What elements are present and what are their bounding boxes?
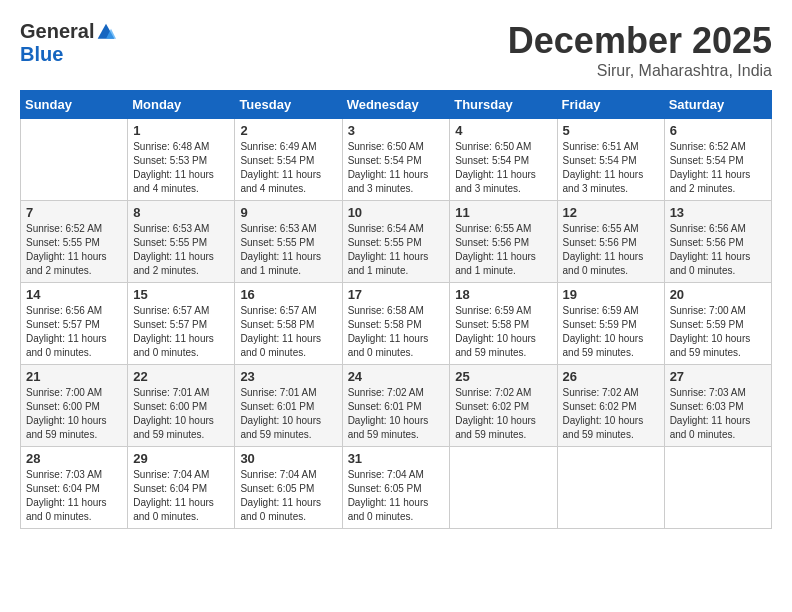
table-row: 24Sunrise: 7:02 AMSunset: 6:01 PMDayligh…	[342, 365, 450, 447]
col-sunday: Sunday	[21, 91, 128, 119]
logo-general: General	[20, 20, 94, 43]
cell-info: Sunrise: 7:03 AMSunset: 6:03 PMDaylight:…	[670, 386, 766, 442]
table-row: 31Sunrise: 7:04 AMSunset: 6:05 PMDayligh…	[342, 447, 450, 529]
day-number: 31	[348, 451, 445, 466]
calendar-week-2: 7Sunrise: 6:52 AMSunset: 5:55 PMDaylight…	[21, 201, 772, 283]
page-header: General Blue December 2025 Sirur, Mahara…	[20, 20, 772, 80]
table-row: 7Sunrise: 6:52 AMSunset: 5:55 PMDaylight…	[21, 201, 128, 283]
table-row: 1Sunrise: 6:48 AMSunset: 5:53 PMDaylight…	[128, 119, 235, 201]
day-number: 6	[670, 123, 766, 138]
table-row: 28Sunrise: 7:03 AMSunset: 6:04 PMDayligh…	[21, 447, 128, 529]
day-number: 2	[240, 123, 336, 138]
day-number: 22	[133, 369, 229, 384]
day-number: 1	[133, 123, 229, 138]
day-number: 11	[455, 205, 551, 220]
table-row: 9Sunrise: 6:53 AMSunset: 5:55 PMDaylight…	[235, 201, 342, 283]
day-number: 25	[455, 369, 551, 384]
day-number: 16	[240, 287, 336, 302]
table-row: 30Sunrise: 7:04 AMSunset: 6:05 PMDayligh…	[235, 447, 342, 529]
cell-info: Sunrise: 7:04 AMSunset: 6:05 PMDaylight:…	[240, 468, 336, 524]
day-number: 17	[348, 287, 445, 302]
cell-info: Sunrise: 7:01 AMSunset: 6:00 PMDaylight:…	[133, 386, 229, 442]
day-number: 27	[670, 369, 766, 384]
calendar-week-5: 28Sunrise: 7:03 AMSunset: 6:04 PMDayligh…	[21, 447, 772, 529]
cell-info: Sunrise: 7:00 AMSunset: 6:00 PMDaylight:…	[26, 386, 122, 442]
cell-info: Sunrise: 6:53 AMSunset: 5:55 PMDaylight:…	[240, 222, 336, 278]
day-number: 10	[348, 205, 445, 220]
table-row: 21Sunrise: 7:00 AMSunset: 6:00 PMDayligh…	[21, 365, 128, 447]
cell-info: Sunrise: 6:55 AMSunset: 5:56 PMDaylight:…	[455, 222, 551, 278]
day-number: 15	[133, 287, 229, 302]
table-row: 27Sunrise: 7:03 AMSunset: 6:03 PMDayligh…	[664, 365, 771, 447]
table-row: 8Sunrise: 6:53 AMSunset: 5:55 PMDaylight…	[128, 201, 235, 283]
col-saturday: Saturday	[664, 91, 771, 119]
day-number: 23	[240, 369, 336, 384]
day-number: 9	[240, 205, 336, 220]
col-tuesday: Tuesday	[235, 91, 342, 119]
calendar-week-3: 14Sunrise: 6:56 AMSunset: 5:57 PMDayligh…	[21, 283, 772, 365]
day-number: 19	[563, 287, 659, 302]
table-row: 17Sunrise: 6:58 AMSunset: 5:58 PMDayligh…	[342, 283, 450, 365]
location: Sirur, Maharashtra, India	[508, 62, 772, 80]
table-row: 12Sunrise: 6:55 AMSunset: 5:56 PMDayligh…	[557, 201, 664, 283]
col-monday: Monday	[128, 91, 235, 119]
calendar-week-4: 21Sunrise: 7:00 AMSunset: 6:00 PMDayligh…	[21, 365, 772, 447]
table-row: 10Sunrise: 6:54 AMSunset: 5:55 PMDayligh…	[342, 201, 450, 283]
table-row: 22Sunrise: 7:01 AMSunset: 6:00 PMDayligh…	[128, 365, 235, 447]
header-row: Sunday Monday Tuesday Wednesday Thursday…	[21, 91, 772, 119]
day-number: 26	[563, 369, 659, 384]
table-row: 3Sunrise: 6:50 AMSunset: 5:54 PMDaylight…	[342, 119, 450, 201]
day-number: 30	[240, 451, 336, 466]
day-number: 8	[133, 205, 229, 220]
table-row: 13Sunrise: 6:56 AMSunset: 5:56 PMDayligh…	[664, 201, 771, 283]
cell-info: Sunrise: 7:02 AMSunset: 6:02 PMDaylight:…	[563, 386, 659, 442]
cell-info: Sunrise: 6:49 AMSunset: 5:54 PMDaylight:…	[240, 140, 336, 196]
day-number: 5	[563, 123, 659, 138]
table-row: 15Sunrise: 6:57 AMSunset: 5:57 PMDayligh…	[128, 283, 235, 365]
cell-info: Sunrise: 6:56 AMSunset: 5:57 PMDaylight:…	[26, 304, 122, 360]
cell-info: Sunrise: 6:51 AMSunset: 5:54 PMDaylight:…	[563, 140, 659, 196]
logo-icon	[96, 22, 116, 42]
cell-info: Sunrise: 7:02 AMSunset: 6:01 PMDaylight:…	[348, 386, 445, 442]
table-row: 20Sunrise: 7:00 AMSunset: 5:59 PMDayligh…	[664, 283, 771, 365]
table-row	[557, 447, 664, 529]
cell-info: Sunrise: 7:01 AMSunset: 6:01 PMDaylight:…	[240, 386, 336, 442]
cell-info: Sunrise: 7:04 AMSunset: 6:04 PMDaylight:…	[133, 468, 229, 524]
col-wednesday: Wednesday	[342, 91, 450, 119]
col-thursday: Thursday	[450, 91, 557, 119]
day-number: 29	[133, 451, 229, 466]
day-number: 14	[26, 287, 122, 302]
cell-info: Sunrise: 6:50 AMSunset: 5:54 PMDaylight:…	[455, 140, 551, 196]
table-row: 29Sunrise: 7:04 AMSunset: 6:04 PMDayligh…	[128, 447, 235, 529]
table-row: 18Sunrise: 6:59 AMSunset: 5:58 PMDayligh…	[450, 283, 557, 365]
table-row: 2Sunrise: 6:49 AMSunset: 5:54 PMDaylight…	[235, 119, 342, 201]
col-friday: Friday	[557, 91, 664, 119]
cell-info: Sunrise: 6:57 AMSunset: 5:57 PMDaylight:…	[133, 304, 229, 360]
cell-info: Sunrise: 6:55 AMSunset: 5:56 PMDaylight:…	[563, 222, 659, 278]
cell-info: Sunrise: 6:58 AMSunset: 5:58 PMDaylight:…	[348, 304, 445, 360]
day-number: 18	[455, 287, 551, 302]
day-number: 21	[26, 369, 122, 384]
calendar-week-1: 1Sunrise: 6:48 AMSunset: 5:53 PMDaylight…	[21, 119, 772, 201]
table-row: 6Sunrise: 6:52 AMSunset: 5:54 PMDaylight…	[664, 119, 771, 201]
cell-info: Sunrise: 6:54 AMSunset: 5:55 PMDaylight:…	[348, 222, 445, 278]
cell-info: Sunrise: 7:02 AMSunset: 6:02 PMDaylight:…	[455, 386, 551, 442]
table-row	[664, 447, 771, 529]
calendar-table: Sunday Monday Tuesday Wednesday Thursday…	[20, 90, 772, 529]
cell-info: Sunrise: 7:00 AMSunset: 5:59 PMDaylight:…	[670, 304, 766, 360]
cell-info: Sunrise: 6:48 AMSunset: 5:53 PMDaylight:…	[133, 140, 229, 196]
cell-info: Sunrise: 6:57 AMSunset: 5:58 PMDaylight:…	[240, 304, 336, 360]
day-number: 12	[563, 205, 659, 220]
table-row: 25Sunrise: 7:02 AMSunset: 6:02 PMDayligh…	[450, 365, 557, 447]
table-row: 16Sunrise: 6:57 AMSunset: 5:58 PMDayligh…	[235, 283, 342, 365]
table-row: 26Sunrise: 7:02 AMSunset: 6:02 PMDayligh…	[557, 365, 664, 447]
cell-info: Sunrise: 6:52 AMSunset: 5:55 PMDaylight:…	[26, 222, 122, 278]
cell-info: Sunrise: 6:50 AMSunset: 5:54 PMDaylight:…	[348, 140, 445, 196]
day-number: 13	[670, 205, 766, 220]
day-number: 7	[26, 205, 122, 220]
logo: General Blue	[20, 20, 116, 66]
table-row	[450, 447, 557, 529]
cell-info: Sunrise: 6:53 AMSunset: 5:55 PMDaylight:…	[133, 222, 229, 278]
table-row	[21, 119, 128, 201]
cell-info: Sunrise: 7:04 AMSunset: 6:05 PMDaylight:…	[348, 468, 445, 524]
